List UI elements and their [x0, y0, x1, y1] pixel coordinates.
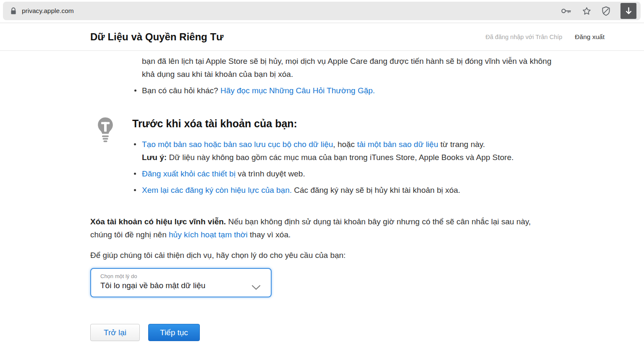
url-bar[interactable]: privacy.apple.com: [3, 2, 641, 20]
star-icon[interactable]: [582, 6, 592, 16]
signed-in-status: Đã đăng nhập với Trân Chíp: [486, 34, 563, 40]
inline-link[interactable]: Xem lại các đăng ký còn hiệu lực của bạn…: [142, 186, 292, 194]
inline-link[interactable]: Hãy đọc mục Những Câu Hỏi Thường Gặp.: [220, 86, 375, 95]
reason-prompt: Để giúp chúng tôi cải thiện dịch vụ, hãy…: [90, 249, 606, 262]
text-run: Các đăng ký này sẽ bị hủy khi tài khoản …: [292, 186, 460, 194]
tip-heading: Trước khi xóa tài khoản của bạn:: [132, 116, 606, 131]
browser-chrome: privacy.apple.com: [0, 0, 644, 23]
list-item: Bạn có câu hỏi khác? Hãy đọc mục Những C…: [134, 84, 606, 97]
bold-text: Xóa tài khoản có hiệu lực vĩnh viễn.: [90, 217, 226, 226]
header-account-area: Đã đăng nhập với Trân Chíp Đăng xuất: [486, 33, 605, 41]
browser-toolbar-icons: [561, 3, 636, 19]
page-title: Dữ Liệu và Quyền Riêng Tư: [90, 31, 223, 43]
tip-section: Trước khi xóa tài khoản của bạn: Tạo một…: [90, 116, 606, 197]
back-button[interactable]: Trở lại: [90, 324, 140, 341]
permanent-deletion-note: Xóa tài khoản có hiệu lực vĩnh viễn. Nếu…: [90, 215, 606, 241]
text-run: khả dụng sau khi tài khoản của bạn bị xó…: [142, 70, 293, 79]
main-content: bạn đã lên lịch tại Apple Store sẽ bị hủ…: [0, 51, 644, 341]
text-run: , hoặc: [333, 140, 357, 149]
lightbulb-icon: [97, 138, 114, 147]
tip-body: Trước khi xóa tài khoản của bạn: Tạo một…: [132, 116, 606, 197]
inline-link[interactable]: Đăng xuất khỏi các thiết bị: [142, 169, 236, 178]
key-icon[interactable]: [561, 8, 572, 14]
chevron-down-icon: [251, 281, 261, 294]
list-item: Đăng xuất khỏi các thiết bị và trình duy…: [132, 167, 606, 180]
text-run: Nếu bạn không định sử dụng tài khoản bây…: [226, 217, 531, 226]
tip-icon-column: [90, 116, 132, 197]
list-item: Xem lại các đăng ký còn hiệu lực của bạn…: [132, 184, 606, 197]
faq-list: Bạn có câu hỏi khác? Hãy đọc mục Những C…: [134, 84, 606, 97]
tip-list: Tạo một bản sao hoặc bản sao lưu cục bộ …: [132, 138, 606, 197]
site-header: Dữ Liệu và Quyền Riêng Tư Đã đăng nhập v…: [0, 23, 644, 51]
inline-link[interactable]: tải một bản sao dữ liệu: [357, 140, 438, 149]
list-item: Tạo một bản sao hoặc bản sao lưu cục bộ …: [132, 138, 606, 164]
inline-link[interactable]: hủy kích hoạt tạm thời: [169, 230, 248, 239]
text-run: và trình duyệt web.: [236, 169, 305, 178]
shield-block-icon[interactable]: [602, 6, 610, 16]
inline-link[interactable]: Tạo một bản sao hoặc bản sao lưu cục bộ …: [142, 140, 333, 149]
sign-out-link[interactable]: Đăng xuất: [575, 33, 605, 41]
reason-select-value: Tôi lo ngại về bảo mật dữ liệu: [100, 280, 249, 291]
reason-select-label: Chọn một lý do: [100, 273, 249, 279]
text-run: Dữ liệu này không bao gồm các mục mua củ…: [167, 153, 513, 162]
intro-paragraph-continued: bạn đã lên lịch tại Apple Store sẽ bị hủ…: [142, 55, 606, 81]
lock-icon[interactable]: [10, 7, 16, 15]
action-buttons: Trở lại Tiếp tục: [90, 324, 606, 341]
text-run: thay vì xóa.: [248, 230, 291, 239]
reason-select[interactable]: Chọn một lý do Tôi lo ngại về bảo mật dữ…: [90, 268, 272, 297]
url-text[interactable]: privacy.apple.com: [22, 7, 74, 15]
download-icon[interactable]: [620, 3, 636, 19]
text-run: Bạn có câu hỏi khác?: [142, 86, 220, 95]
continue-button[interactable]: Tiếp tục: [148, 324, 200, 341]
text-run: chúng tôi đề nghị nên: [90, 230, 169, 239]
text-run: từ trang này.: [438, 140, 485, 149]
text-run: bạn đã lên lịch tại Apple Store sẽ bị hủ…: [142, 57, 551, 66]
bold-text: Lưu ý:: [142, 153, 167, 162]
